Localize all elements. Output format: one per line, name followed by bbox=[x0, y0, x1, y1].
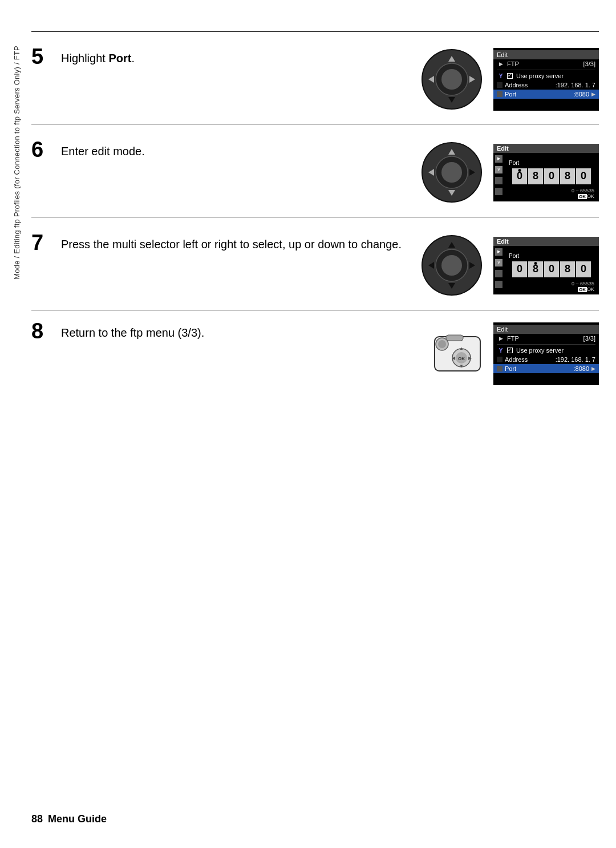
step-7-digit-0: 0 bbox=[512, 261, 527, 277]
step-6-digit-2: 0 bbox=[544, 168, 559, 184]
step-5-port-label: Port bbox=[505, 91, 571, 98]
step-6-icons: ▶ Y bbox=[493, 153, 504, 201]
sidebar-label: Mode / Editing ftp Profiles (for Connect… bbox=[13, 46, 21, 280]
step-6-digit-1: 8 bbox=[528, 168, 543, 184]
step-8-port-row: Port :8080 ▶ bbox=[493, 364, 599, 373]
step-5-edit-label: Edit bbox=[497, 51, 508, 58]
svg-text:OK: OK bbox=[458, 356, 465, 361]
step-7-icon3 bbox=[495, 270, 502, 277]
step-5-screen-header: Edit bbox=[493, 50, 599, 59]
step-7-ok: OKOK bbox=[506, 286, 597, 292]
step-6-row: 6 Enter edit mode. bbox=[31, 125, 599, 218]
svg-text:▲: ▲ bbox=[459, 346, 464, 351]
step-7-edit-body: ▶ Y Port 0 8 0 bbox=[493, 246, 599, 294]
step-5-address-value: :192. 168. 1. 7 bbox=[556, 82, 595, 88]
step-5-proxy-row: Y Use proxy server bbox=[493, 71, 599, 80]
step-7-digits: 0 8 0 8 0 bbox=[512, 261, 591, 277]
step-6-ok: OKOK bbox=[506, 193, 597, 199]
step-5-address-row: Address :192. 168. 1. 7 bbox=[493, 80, 599, 90]
step-6-text: Enter edit mode. bbox=[61, 141, 415, 159]
step-7-digit-1: 8 bbox=[528, 261, 543, 277]
step-6-digit-display: Port 0 8 0 8 0 0 – 65535 bbox=[504, 153, 599, 201]
step-8-number: 8 bbox=[31, 320, 61, 342]
step-8-address-label: Address bbox=[505, 356, 553, 363]
svg-text:▶: ▶ bbox=[468, 356, 472, 361]
step-7-port-label: Port bbox=[506, 253, 519, 259]
step-7-icon1: ▶ bbox=[495, 248, 502, 256]
step-8-visual: OK ▲ ▼ ◀ ▶ Edit ▶ FTP [3/3] bbox=[432, 322, 599, 385]
step-5-ftp-page: [3/3] bbox=[583, 60, 595, 67]
step-6-screen-header: Edit bbox=[493, 144, 599, 153]
step-7-digit-dot bbox=[534, 262, 537, 265]
step-5-text: Highlight Port. bbox=[61, 48, 415, 66]
step-6-digit-0: 0 bbox=[512, 168, 527, 184]
step-6-digit-dot bbox=[518, 169, 521, 172]
step-6-digit-4: 0 bbox=[576, 168, 591, 184]
step-8-port-arrow: ▶ bbox=[591, 366, 595, 371]
step-8-ftp-label: FTP bbox=[507, 335, 581, 342]
step-6-icon1: ▶ bbox=[495, 155, 502, 163]
svg-point-13 bbox=[441, 162, 462, 183]
step-8-proxy-label: Use proxy server bbox=[516, 347, 595, 354]
step-7-text: Press the multi selector left or right t… bbox=[61, 234, 415, 252]
step-7-digit-2: 0 bbox=[544, 261, 559, 277]
page-footer: 88 Menu Guide bbox=[31, 813, 599, 825]
step-5-row-icon: ▶ bbox=[497, 61, 505, 67]
svg-rect-22 bbox=[446, 335, 463, 341]
step-6-icon3 bbox=[495, 177, 502, 184]
step-5-proxy-label: Use proxy server bbox=[516, 72, 595, 79]
svg-point-20 bbox=[441, 255, 462, 276]
step-5-port-arrow: ▶ bbox=[591, 91, 595, 97]
step-6-ok-box: OK bbox=[578, 194, 587, 199]
svg-text:◀: ◀ bbox=[452, 356, 456, 361]
step-8-proxy-row: Y Use proxy server bbox=[493, 346, 599, 355]
step-5-y-icon: Y bbox=[497, 73, 505, 79]
step-7-screen-header: Edit bbox=[493, 237, 599, 246]
step-8-address-row: Address :192. 168. 1. 7 bbox=[493, 355, 599, 364]
step-7-icons: ▶ Y bbox=[493, 246, 504, 294]
step-8-screen: Edit ▶ FTP [3/3] Y Use proxy server bbox=[493, 322, 599, 385]
step-8-row: 8 Return to the ftp menu (3/3). OK bbox=[31, 311, 599, 402]
main-content: 5 Highlight Port. bbox=[31, 32, 599, 402]
step-8-ftp-row: ▶ FTP [3/3] bbox=[493, 334, 599, 343]
step-8-edit-label: Edit bbox=[497, 326, 508, 333]
step-5-port-icon bbox=[497, 91, 502, 97]
svg-point-6 bbox=[441, 69, 462, 90]
step-7-digit-display: Port 0 8 0 8 0 0 – 65535 bbox=[504, 246, 599, 294]
step-8-y-icon: Y bbox=[497, 348, 505, 354]
step-8-port-icon bbox=[497, 366, 502, 371]
step-7-number: 7 bbox=[31, 232, 61, 253]
step-8-port-value: :8080 bbox=[573, 365, 589, 372]
step-5-address-label: Address bbox=[505, 82, 553, 88]
svg-point-24 bbox=[438, 340, 446, 348]
step-5-dial bbox=[420, 48, 483, 111]
step-8-row-icon: ▶ bbox=[497, 336, 505, 341]
step-6-visual: Edit ▶ Y Port 0 bbox=[420, 141, 599, 204]
step-8-camera: OK ▲ ▼ ◀ ▶ bbox=[432, 334, 483, 374]
step-8-address-value: :192. 168. 1. 7 bbox=[556, 356, 595, 363]
step-5-port-value: :8080 bbox=[573, 91, 589, 98]
step-6-screen: Edit ▶ Y Port 0 bbox=[493, 144, 599, 201]
step-8-screen-header: Edit bbox=[493, 325, 599, 334]
step-7-range: 0 – 65535 bbox=[506, 281, 597, 286]
step-5-ftp-label: FTP bbox=[507, 60, 581, 67]
step-5-visual: Edit ▶ FTP [3/3] Y Use proxy server bbox=[420, 48, 599, 111]
page-number: 88 bbox=[31, 813, 43, 825]
page-label: Menu Guide bbox=[45, 813, 107, 825]
step-7-digit-3: 8 bbox=[560, 261, 575, 277]
step-7-icon2: Y bbox=[495, 259, 502, 266]
step-5-number: 5 bbox=[31, 46, 61, 67]
step-5-port-row: Port :8080 ▶ bbox=[493, 90, 599, 99]
step-7-screen: Edit ▶ Y Port 0 8 bbox=[493, 237, 599, 294]
step-6-icon2: Y bbox=[495, 166, 502, 173]
step-8-port-label: Port bbox=[505, 365, 571, 372]
step-8-ftp-page: [3/3] bbox=[583, 335, 595, 342]
step-6-digit-3: 8 bbox=[560, 168, 575, 184]
step-6-digits: 0 8 0 8 0 bbox=[512, 168, 591, 184]
step-7-digit-4: 0 bbox=[576, 261, 591, 277]
step-6-range: 0 – 65535 bbox=[506, 188, 597, 193]
step-5-screen: Edit ▶ FTP [3/3] Y Use proxy server bbox=[493, 48, 599, 111]
step-5-ftp-row: ▶ FTP [3/3] bbox=[493, 59, 599, 68]
step-6-dial bbox=[420, 141, 483, 204]
step-6-number: 6 bbox=[31, 139, 61, 160]
